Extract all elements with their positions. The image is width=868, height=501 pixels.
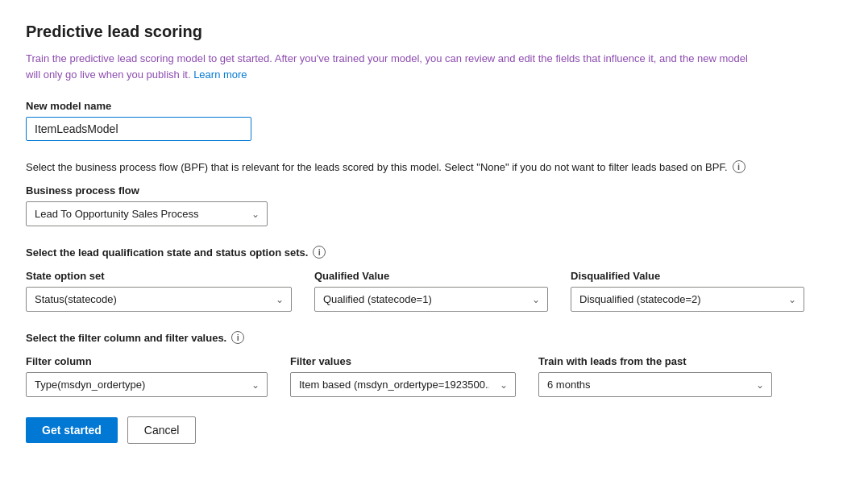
state-option-label: State option set [26, 270, 292, 282]
filter-values-select[interactable]: Item based (msdyn_ordertype=1923500... [290, 372, 516, 397]
state-select-wrapper: Status(statecode) ⌄ [26, 287, 292, 312]
filter-column-label: Filter column [26, 355, 268, 367]
get-started-button[interactable]: Get started [26, 417, 118, 443]
filter-values-col: Filter values Item based (msdyn_ordertyp… [290, 355, 516, 397]
disqualified-select[interactable]: Disqualified (statecode=2) [571, 287, 804, 312]
filter-values-label: Filter values [290, 355, 516, 367]
qualified-label: Qualified Value [314, 270, 548, 282]
filter-section-desc: Select the filter column and filter valu… [26, 331, 799, 344]
action-buttons: Get started Cancel [26, 416, 842, 444]
train-col: Train with leads from the past 6 months … [538, 355, 772, 397]
disqualified-label: Disqualified Value [571, 270, 804, 282]
filter-values-select-wrapper: Item based (msdyn_ordertype=1923500... ⌄ [290, 372, 516, 397]
qualified-select-wrapper: Qualified (statecode=1) ⌄ [314, 287, 548, 312]
filter-column-select-wrapper: Type(msdyn_ordertype) ⌄ [26, 372, 268, 397]
model-name-label: New model name [26, 100, 842, 112]
bpf-select-wrapper: None Lead To Opportunity Sales Process ⌄ [26, 201, 268, 226]
disqualified-select-wrapper: Disqualified (statecode=2) ⌄ [571, 287, 804, 312]
learn-more-link[interactable]: Learn more [193, 68, 247, 81]
filter-column-select[interactable]: Type(msdyn_ordertype) [26, 372, 268, 397]
qualification-info-icon[interactable]: i [313, 246, 326, 259]
cancel-button[interactable]: Cancel [127, 416, 197, 444]
filter-column-col: Filter column Type(msdyn_ordertype) ⌄ [26, 355, 268, 397]
qualification-row: State option set Status(statecode) ⌄ Qua… [26, 270, 842, 312]
qualification-section: Select the lead qualification state and … [26, 246, 842, 312]
state-option-select[interactable]: Status(statecode) [26, 287, 292, 312]
bpf-label: Business process flow [26, 184, 842, 197]
bpf-section: Select the business process flow (BPF) t… [26, 160, 842, 226]
train-select-wrapper: 6 months 3 months 12 months ⌄ [538, 372, 772, 397]
model-name-input[interactable] [26, 117, 251, 141]
bpf-info-icon[interactable]: i [733, 160, 745, 173]
filter-row: Filter column Type(msdyn_ordertype) ⌄ Fi… [26, 355, 842, 397]
page-container: Predictive lead scoring Train the predic… [0, 0, 868, 501]
page-title: Predictive lead scoring [26, 23, 842, 41]
description-text: Train the predictive lead scoring model … [26, 51, 751, 82]
train-select[interactable]: 6 months 3 months 12 months [538, 372, 772, 397]
bpf-select[interactable]: None Lead To Opportunity Sales Process [26, 201, 268, 226]
model-name-section: New model name [26, 100, 842, 141]
qualification-section-desc: Select the lead qualification state and … [26, 246, 799, 259]
bpf-section-desc: Select the business process flow (BPF) t… [26, 160, 799, 173]
filter-info-icon[interactable]: i [231, 331, 244, 344]
qualified-select[interactable]: Qualified (statecode=1) [314, 287, 548, 312]
state-option-col: State option set Status(statecode) ⌄ [26, 270, 292, 312]
filter-section: Select the filter column and filter valu… [26, 331, 842, 397]
description-part1: Train the predictive lead scoring model … [26, 52, 748, 81]
disqualified-col: Disqualified Value Disqualified (stateco… [571, 270, 804, 312]
qualified-col: Qualified Value Qualified (statecode=1) … [314, 270, 548, 312]
train-label: Train with leads from the past [538, 355, 772, 367]
